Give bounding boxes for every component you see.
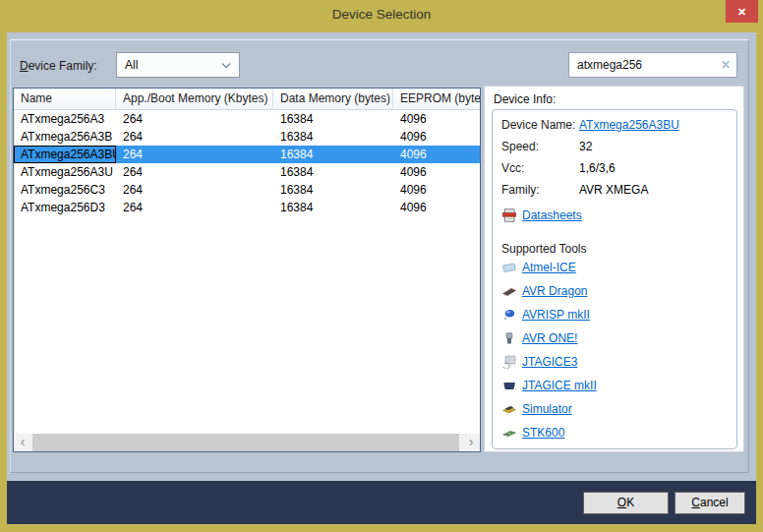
device-selection-dialog: Device Selection ✕ Device Family: All ✕ … [0, 0, 763, 532]
speed-label: Speed: [501, 140, 579, 153]
family-label: Family: [501, 183, 579, 197]
table-row[interactable]: ATxmega256A3 264 16384 4096 [14, 110, 480, 128]
table-row[interactable]: ATxmega256D3 264 16384 4096 [14, 199, 480, 216]
atmel-ice-icon [501, 261, 517, 274]
tool-item: JTAGICE3 [501, 350, 736, 374]
jtagice3-icon [501, 355, 517, 369]
cell-data-memory: 16384 [273, 146, 393, 163]
pdf-icon [501, 208, 517, 222]
cell-app-boot: 264 [116, 110, 273, 128]
cell-name: ATxmega256A3U [14, 163, 116, 181]
vcc-value: 1,6/3,6 [579, 161, 616, 175]
datasheets-row: Datasheets [501, 207, 736, 224]
ok-button[interactable]: OK [583, 492, 669, 514]
table-row[interactable]: ATxmega256A3U 264 16384 4096 [14, 163, 480, 181]
tool-item: Atmel-ICE [501, 256, 736, 279]
supported-tools-title: Supported Tools [501, 242, 736, 256]
tool-link[interactable]: AVRISP mkII [522, 308, 590, 322]
device-name-label: Device Name: [501, 118, 579, 132]
cell-eeprom: 4096 [393, 181, 480, 199]
titlebar[interactable]: Device Selection ✕ [0, 0, 763, 32]
close-icon: ✕ [737, 6, 746, 18]
cell-data-memory: 16384 [273, 110, 393, 128]
device-info-title: Device Info: [494, 92, 743, 106]
search-input[interactable] [569, 53, 713, 77]
tool-item: Simulator [501, 397, 736, 421]
datasheets-link[interactable]: Datasheets [522, 208, 582, 222]
cell-name: ATxmega256C3 [14, 181, 116, 199]
cell-name: ATxmega256A3 [14, 110, 116, 128]
column-header-eeprom[interactable]: EEPROM (bytes) [393, 89, 480, 109]
cell-name: ATxmega256A3BU [14, 146, 116, 163]
cell-app-boot: 264 [116, 146, 273, 163]
search-box: ✕ [568, 52, 737, 78]
cancel-button[interactable]: Cancel [675, 492, 745, 514]
column-header-name[interactable]: Name [14, 89, 116, 109]
tool-item: STK600 [501, 421, 736, 444]
stk600-icon [501, 426, 517, 440]
device-table: Name App./Boot Memory (Kbytes) Data Memo… [13, 88, 481, 452]
device-family-value: All [125, 58, 138, 72]
device-family-label: Device Family: [20, 59, 97, 73]
cell-data-memory: 16384 [273, 128, 393, 146]
column-header-app-boot-memory[interactable]: App./Boot Memory (Kbytes) [116, 89, 273, 109]
close-button[interactable]: ✕ [726, 0, 758, 23]
family-value: AVR XMEGA [579, 183, 648, 197]
device-name-field: Device Name: ATxmega256A3BU [501, 118, 736, 140]
cell-data-memory: 16384 [273, 181, 393, 199]
window-title: Device Selection [0, 0, 763, 30]
table-row[interactable]: ATxmega256C3 264 16384 4096 [14, 181, 480, 199]
family-field: Family: AVR XMEGA [501, 183, 736, 205]
tool-link[interactable]: AVR Dragon [522, 284, 587, 298]
table-row-selected[interactable]: ATxmega256A3BU 264 16384 4096 [14, 146, 480, 163]
cell-app-boot: 264 [116, 128, 273, 146]
tool-link[interactable]: AVR ONE! [522, 331, 577, 345]
tool-item: JTAGICE mkII [501, 374, 736, 397]
tool-item: AVR Dragon [501, 279, 736, 303]
tool-item: AVR ONE! [501, 326, 736, 350]
dialog-body: Device Family: All ✕ Name App./Boot Memo… [7, 32, 756, 481]
horizontal-scrollbar[interactable]: ‹ › [14, 434, 480, 451]
cell-name: ATxmega256D3 [14, 199, 116, 216]
cell-name: ATxmega256A3B [14, 128, 116, 146]
tool-item: AVRISP mkII [501, 303, 736, 326]
chevron-down-icon [222, 60, 230, 68]
cell-eeprom: 4096 [393, 163, 480, 181]
cell-eeprom: 4096 [393, 146, 480, 163]
tool-link[interactable]: JTAGICE3 [522, 355, 577, 369]
cell-eeprom: 4096 [393, 199, 480, 216]
device-info-box: Device Name: ATxmega256A3BU Speed: 32 Vc… [492, 109, 737, 449]
speed-value: 32 [579, 140, 592, 153]
avr-dragon-icon [501, 284, 517, 298]
simulator-icon [501, 402, 517, 416]
cell-app-boot: 264 [116, 163, 273, 181]
table-header: Name App./Boot Memory (Kbytes) Data Memo… [14, 89, 480, 110]
vcc-field: Vcc: 1,6/3,6 [501, 161, 736, 183]
speed-field: Speed: 32 [501, 140, 736, 161]
avrisp-mkii-icon [501, 308, 517, 322]
scroll-right-icon[interactable]: › [462, 434, 480, 451]
footer-bar: OK Cancel [7, 481, 756, 524]
device-family-select[interactable]: All [116, 52, 240, 78]
column-header-data-memory[interactable]: Data Memory (bytes) [273, 89, 393, 109]
clear-search-icon[interactable]: ✕ [721, 58, 731, 72]
device-info-panel: Device Info: Device Name: ATxmega256A3BU… [484, 86, 744, 452]
scrollbar-thumb[interactable] [32, 434, 459, 451]
scroll-left-icon[interactable]: ‹ [14, 434, 31, 451]
cell-data-memory: 16384 [273, 163, 393, 181]
cell-app-boot: 264 [116, 199, 273, 216]
tool-link[interactable]: Simulator [522, 402, 572, 416]
cell-app-boot: 264 [116, 181, 273, 199]
vcc-label: Vcc: [501, 161, 579, 175]
tool-link[interactable]: Atmel-ICE [522, 261, 576, 274]
jtagice-mkii-icon [501, 379, 517, 392]
device-name-link[interactable]: ATxmega256A3BU [579, 118, 679, 132]
tool-link[interactable]: STK600 [522, 426, 564, 440]
tool-link[interactable]: JTAGICE mkII [522, 379, 597, 392]
table-row[interactable]: ATxmega256A3B 264 16384 4096 [14, 128, 480, 146]
cell-data-memory: 16384 [273, 199, 393, 216]
avr-one-icon [501, 331, 517, 345]
cell-eeprom: 4096 [393, 110, 480, 128]
cell-eeprom: 4096 [393, 128, 480, 146]
